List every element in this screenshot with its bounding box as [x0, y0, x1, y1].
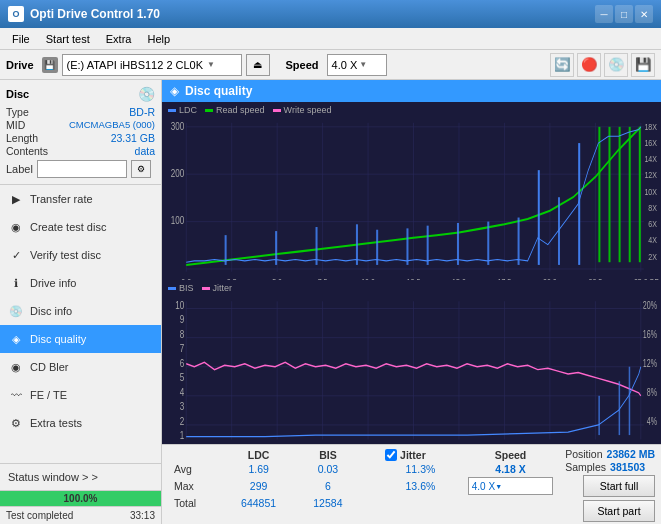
write-speed-legend-label: Write speed [284, 105, 332, 115]
drive-select-area: 💾 (E:) ATAPI iHBS112 2 CL0K ▼ ⏏ [42, 54, 270, 76]
svg-text:7.5: 7.5 [318, 276, 328, 280]
fe-te-label: FE / TE [30, 389, 67, 401]
avg-jitter: 11.3% [379, 462, 462, 476]
menu-help[interactable]: Help [139, 31, 178, 47]
total-ldc: 644851 [222, 496, 296, 510]
col-header-empty [168, 448, 222, 462]
ldc-legend-dot [168, 109, 176, 112]
transfer-rate-label: Transfer rate [30, 193, 93, 205]
svg-text:4X: 4X [648, 234, 657, 245]
sidebar-item-fe-te[interactable]: 〰 FE / TE [0, 381, 161, 409]
sidebar-item-create-test-disc[interactable]: ◉ Create test disc [0, 213, 161, 241]
refresh-button[interactable]: 🔄 [550, 53, 574, 77]
speed-dropdown-arrow: ▼ [495, 483, 502, 490]
svg-rect-34 [427, 226, 429, 265]
menu-start-test[interactable]: Start test [38, 31, 98, 47]
svg-text:9: 9 [180, 313, 185, 326]
svg-text:6X: 6X [648, 218, 657, 229]
svg-text:16%: 16% [643, 328, 657, 340]
max-jitter: 13.6% [379, 476, 462, 496]
svg-text:17.5: 17.5 [498, 276, 512, 280]
disc-label-button[interactable]: ⚙ [131, 160, 151, 178]
bis-legend-dot [168, 287, 176, 290]
svg-text:4: 4 [180, 385, 185, 398]
svg-text:15.0: 15.0 [452, 276, 466, 280]
fe-te-icon: 〰 [8, 387, 24, 403]
sidebar-item-disc-quality[interactable]: ◈ Disc quality [0, 325, 161, 353]
avg-bis: 0.03 [296, 462, 361, 476]
svg-text:12X: 12X [644, 169, 657, 180]
disc-length-row: Length 23.31 GB [6, 132, 155, 144]
svg-rect-43 [619, 127, 621, 262]
drive-label: Drive [6, 59, 34, 71]
samples-label: Samples [565, 461, 606, 473]
status-completed: Test completed [6, 510, 73, 521]
svg-rect-58 [164, 294, 659, 442]
disc-button[interactable]: 💿 [604, 53, 628, 77]
svg-text:2.5: 2.5 [227, 276, 237, 280]
speed-arrow: ▼ [359, 60, 367, 69]
col-header-bis: BIS [296, 448, 361, 462]
stats-table-area: LDC BIS Jitter Speed [168, 448, 559, 510]
status-window-button[interactable]: Status window > > [0, 464, 161, 490]
drive-info-icon: ℹ [8, 275, 24, 291]
filter-button[interactable]: 🔴 [577, 53, 601, 77]
svg-rect-92 [629, 367, 631, 435]
stats-avg-row: Avg 1.69 0.03 11.3% 4.18 X [168, 462, 559, 476]
start-part-button[interactable]: Start part [583, 500, 655, 522]
sidebar-item-transfer-rate[interactable]: ▶ Transfer rate [0, 185, 161, 213]
stats-table: LDC BIS Jitter Speed [168, 448, 559, 510]
minimize-button[interactable]: ─ [595, 5, 613, 23]
svg-text:18X: 18X [644, 120, 657, 131]
max-speed-dropdown: 4.0 X ▼ [462, 476, 559, 496]
jitter-checkbox[interactable] [385, 449, 397, 461]
svg-rect-0 [164, 116, 659, 280]
close-button[interactable]: ✕ [635, 5, 653, 23]
save-button[interactable]: 💾 [631, 53, 655, 77]
maximize-button[interactable]: □ [615, 5, 633, 23]
toolbar-icons: 🔄 🔴 💿 💾 [550, 53, 655, 77]
disc-label-label: Label [6, 163, 33, 175]
disc-mid-value: CMCMAGBA5 (000) [69, 119, 155, 131]
svg-text:5.0: 5.0 [272, 276, 282, 280]
sidebar-item-cd-bler[interactable]: ◉ CD Bler [0, 353, 161, 381]
disc-panel-icon: 💿 [138, 86, 155, 102]
speed-dropdown[interactable]: 4.0 X ▼ [327, 54, 387, 76]
svg-rect-33 [406, 228, 408, 265]
eject-button[interactable]: ⏏ [246, 54, 270, 76]
start-full-button[interactable]: Start full [583, 475, 655, 497]
svg-rect-45 [639, 127, 641, 262]
ldc-legend-item: LDC [168, 105, 197, 115]
sidebar-item-extra-tests[interactable]: ⚙ Extra tests [0, 409, 161, 437]
svg-rect-35 [457, 223, 459, 265]
svg-text:4%: 4% [647, 416, 657, 428]
menu-extra[interactable]: Extra [98, 31, 140, 47]
drive-icon: 💾 [42, 57, 58, 73]
cd-bler-label: CD Bler [30, 361, 69, 373]
disc-contents-value: data [135, 145, 155, 157]
sidebar-item-verify-test-disc[interactable]: ✓ Verify test disc [0, 241, 161, 269]
chart1-legend: LDC Read speed Write speed [164, 104, 659, 116]
sidebar: Disc 💿 Type BD-R MID CMCMAGBA5 (000) Len… [0, 80, 162, 524]
drive-info-label: Drive info [30, 277, 76, 289]
samples-value: 381503 [610, 461, 645, 473]
main-layout: Disc 💿 Type BD-R MID CMCMAGBA5 (000) Len… [0, 80, 661, 524]
sidebar-item-drive-info[interactable]: ℹ Drive info [0, 269, 161, 297]
write-speed-legend-item: Write speed [273, 105, 332, 115]
max-ldc: 299 [222, 476, 296, 496]
disc-quality-header: ◈ Disc quality [162, 80, 661, 102]
disc-label-input[interactable] [37, 160, 127, 178]
disc-type-value: BD-R [129, 106, 155, 118]
menu-file[interactable]: File [4, 31, 38, 47]
svg-rect-37 [518, 218, 520, 265]
disc-panel-title: Disc [6, 88, 29, 100]
drive-dropdown[interactable]: (E:) ATAPI iHBS112 2 CL0K ▼ [62, 54, 242, 76]
drive-bar: Drive 💾 (E:) ATAPI iHBS112 2 CL0K ▼ ⏏ Sp… [0, 50, 661, 80]
status-bar: Test completed 33:13 [0, 506, 161, 524]
sidebar-item-disc-info[interactable]: 💿 Disc info [0, 297, 161, 325]
nav-items: ▶ Transfer rate ◉ Create test disc ✓ Ver… [0, 185, 161, 437]
speed-dropdown-small[interactable]: 4.0 X ▼ [468, 477, 553, 495]
svg-rect-42 [608, 127, 610, 262]
menu-bar: File Start test Extra Help [0, 28, 661, 50]
svg-text:GB: GB [649, 276, 659, 280]
